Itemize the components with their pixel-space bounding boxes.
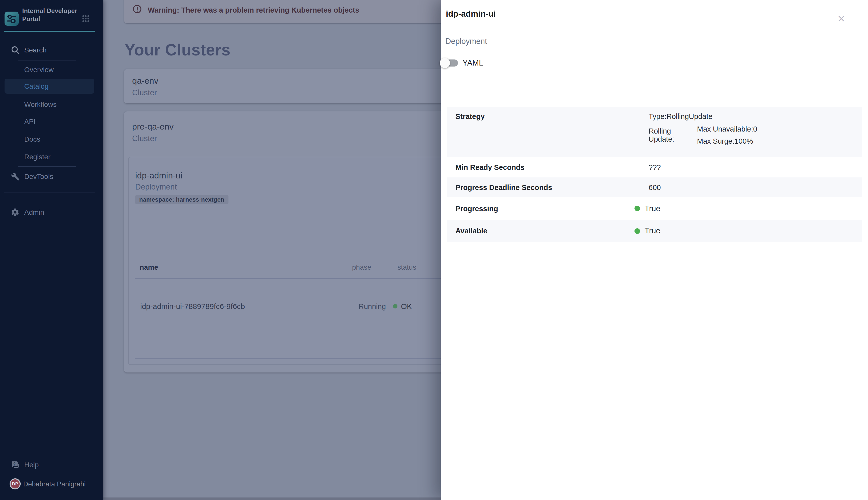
help-question-glyph: ? bbox=[13, 462, 16, 466]
status-true-dot-icon bbox=[634, 206, 640, 211]
yaml-toggle-label: YAML bbox=[463, 58, 483, 68]
rolling-update-label: Rolling Update: bbox=[649, 127, 697, 143]
help-chat-icon: ? bbox=[11, 460, 20, 469]
screen: Warning: There was a problem retrieving … bbox=[0, 0, 868, 500]
app-title: Internal Developer Portal bbox=[22, 7, 79, 23]
user-name: Debabrata Panigrahi bbox=[23, 480, 86, 488]
row-label: Strategy bbox=[447, 107, 649, 157]
row-label: Progressing bbox=[447, 204, 649, 213]
row-label: Min Ready Seconds bbox=[447, 163, 649, 171]
sidebar-item-label: Admin bbox=[24, 208, 44, 216]
yaml-toggle[interactable] bbox=[440, 58, 459, 68]
sidebar-divider bbox=[18, 60, 76, 60]
apps-grid-icon[interactable] bbox=[82, 15, 90, 23]
sidebar-item-help[interactable]: ? Help bbox=[0, 458, 103, 472]
logo-divider bbox=[4, 31, 95, 32]
wrench-icon bbox=[11, 172, 20, 181]
row-available: Available True bbox=[447, 220, 862, 242]
close-icon[interactable]: × bbox=[834, 11, 849, 26]
row-progress-deadline-seconds: Progress Deadline Seconds 600 bbox=[447, 178, 862, 197]
max-unavailable: Max Unavailable:0 bbox=[697, 125, 757, 133]
row-value: True bbox=[645, 204, 660, 213]
row-label: Progress Deadline Seconds bbox=[447, 183, 649, 191]
sidebar-item-label: Workflows bbox=[24, 100, 57, 109]
gear-icon bbox=[11, 208, 20, 217]
sidebar-item-label: DevTools bbox=[24, 172, 53, 180]
drawer-backdrop[interactable] bbox=[103, 0, 441, 500]
sidebar-item-catalog[interactable]: Catalog bbox=[0, 79, 103, 93]
sidebar-divider bbox=[18, 166, 76, 167]
sidebar-item-label: API bbox=[24, 117, 35, 125]
logo-row[interactable]: Internal Developer Portal bbox=[0, 0, 103, 31]
sidebar-item-api[interactable]: API bbox=[0, 114, 103, 128]
sidebar-item-devtools[interactable]: DevTools bbox=[0, 169, 103, 183]
strategy-value: Type:RollingUpdate Rolling Update: Max U… bbox=[649, 107, 862, 157]
max-surge: Max Surge:100% bbox=[697, 137, 757, 145]
details-drawer: idp-admin-ui × Deployment YAML Strategy … bbox=[441, 0, 868, 500]
sidebar-item-label: Docs bbox=[24, 135, 40, 143]
search-icon bbox=[11, 45, 20, 55]
sidebar-item-label: Catalog bbox=[24, 82, 49, 90]
status-true-dot-icon bbox=[634, 228, 640, 234]
sidebar-item-register[interactable]: Register bbox=[0, 150, 103, 164]
row-progressing: Progressing True bbox=[447, 197, 862, 220]
drawer-title: idp-admin-ui bbox=[446, 9, 496, 19]
sidebar-item-admin[interactable]: Admin bbox=[0, 205, 103, 219]
drawer-subtitle: Deployment bbox=[445, 37, 487, 46]
sidebar-item-label: Search bbox=[24, 46, 47, 54]
sidebar-divider bbox=[4, 193, 95, 193]
avatar: DP bbox=[10, 478, 21, 489]
sidebar-item-label: Register bbox=[24, 153, 51, 161]
sidebar: Internal Developer Portal Search Overvie… bbox=[0, 0, 103, 500]
row-value: True bbox=[645, 226, 660, 235]
sidebar-item-label: Overview bbox=[24, 66, 54, 73]
sidebar-item-label: Help bbox=[24, 461, 39, 469]
sidebar-item-search[interactable]: Search bbox=[0, 43, 103, 57]
row-min-ready-seconds: Min Ready Seconds ??? bbox=[447, 157, 862, 178]
sidebar-item-workflows[interactable]: Workflows bbox=[0, 97, 103, 111]
strategy-type: Type:RollingUpdate bbox=[649, 112, 862, 121]
deployment-details-table: Strategy Type:RollingUpdate Rolling Upda… bbox=[447, 107, 862, 242]
row-label: Available bbox=[447, 227, 649, 235]
sidebar-item-docs[interactable]: Docs bbox=[0, 132, 103, 146]
row-strategy: Strategy Type:RollingUpdate Rolling Upda… bbox=[447, 107, 862, 157]
row-value: ??? bbox=[649, 163, 661, 171]
app-logo-icon bbox=[4, 12, 19, 26]
toggle-thumb bbox=[440, 58, 450, 68]
row-value: 600 bbox=[649, 183, 661, 191]
sidebar-item-overview[interactable]: Overview bbox=[0, 62, 103, 77]
